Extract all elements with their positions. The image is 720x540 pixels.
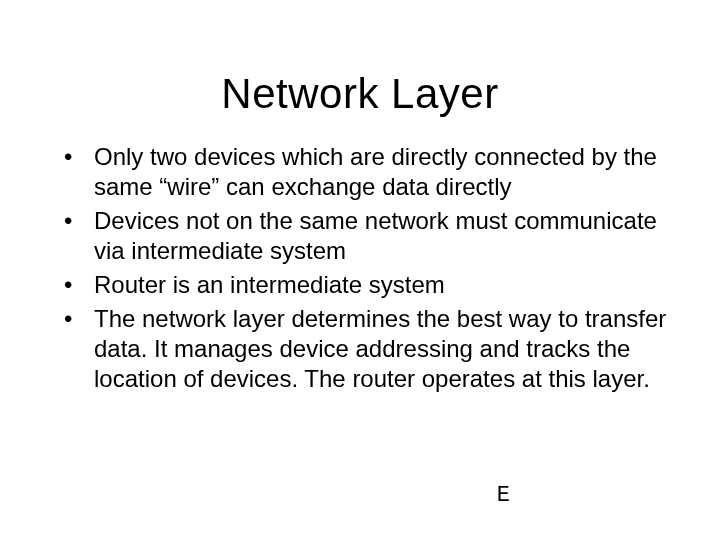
footer-mark: E bbox=[497, 483, 510, 508]
list-item: Router is an intermediate system bbox=[50, 270, 670, 300]
list-item: The network layer determines the best wa… bbox=[50, 304, 670, 394]
bullet-list: Only two devices which are directly conn… bbox=[50, 142, 670, 394]
slide-title: Network Layer bbox=[0, 0, 720, 128]
list-item: Only two devices which are directly conn… bbox=[50, 142, 670, 202]
slide: Network Layer Only two devices which are… bbox=[0, 0, 720, 540]
list-item: Devices not on the same network must com… bbox=[50, 206, 670, 266]
